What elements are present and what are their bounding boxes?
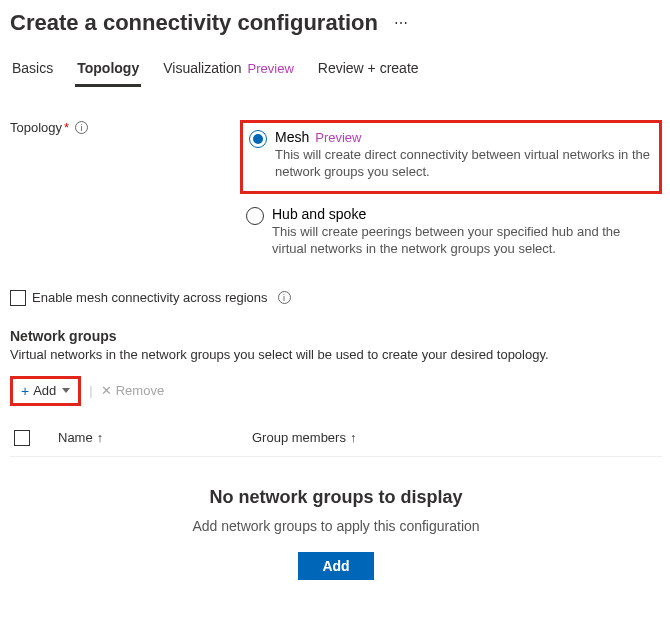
radio-hub-spoke[interactable] [246,207,264,225]
mesh-regions-checkbox[interactable] [10,290,26,306]
required-indicator: * [64,120,69,135]
close-icon: ✕ [101,383,112,398]
mesh-regions-row[interactable]: Enable mesh connectivity across regions … [10,290,662,306]
radio-hub-title: Hub and spoke [272,206,366,222]
radio-mesh-title: Mesh [275,129,309,145]
add-label: Add [33,383,56,398]
empty-state: No network groups to display Add network… [10,457,662,620]
radio-option-mesh[interactable]: Mesh Preview This will create direct con… [240,120,662,194]
tab-review-create[interactable]: Review + create [316,54,421,87]
info-icon[interactable]: i [75,121,88,134]
add-network-group-button[interactable]: + Add [10,376,81,406]
remove-network-group-button[interactable]: ✕ Remove [101,383,164,398]
table-header: Name↑ Group members↑ [10,430,662,457]
remove-label: Remove [116,383,164,398]
radio-hub-desc: This will create peerings between your s… [272,224,656,258]
chevron-down-icon [62,388,70,393]
more-actions-icon[interactable]: ⋯ [390,11,412,35]
radio-mesh[interactable] [249,130,267,148]
tab-visualization[interactable]: Visualization Preview [161,54,296,87]
empty-desc: Add network groups to apply this configu… [10,518,662,534]
tab-topology[interactable]: Topology [75,54,141,87]
toolbar-divider: | [89,383,92,398]
page-title: Create a connectivity configuration [10,10,378,36]
tab-basics[interactable]: Basics [10,54,55,87]
preview-badge: Preview [248,61,294,76]
network-groups-title: Network groups [10,328,662,344]
sort-up-icon: ↑ [97,430,104,445]
info-icon[interactable]: i [278,291,291,304]
empty-title: No network groups to display [10,487,662,508]
preview-badge: Preview [315,130,361,145]
sort-up-icon: ↑ [350,430,357,445]
radio-mesh-desc: This will create direct connectivity bet… [275,147,653,181]
plus-icon: + [21,383,29,399]
network-groups-desc: Virtual networks in the network groups y… [10,347,662,362]
column-name[interactable]: Name↑ [58,430,228,445]
mesh-regions-label: Enable mesh connectivity across regions [32,290,268,305]
topology-label: Topology * i [10,120,240,135]
select-all-checkbox[interactable] [14,430,30,446]
radio-option-hub-spoke[interactable]: Hub and spoke This will create peerings … [240,200,662,268]
tab-visualization-label: Visualization [163,60,241,76]
column-group-members[interactable]: Group members↑ [252,430,662,445]
tabs: Basics Topology Visualization Preview Re… [10,54,662,90]
add-button[interactable]: Add [298,552,373,580]
